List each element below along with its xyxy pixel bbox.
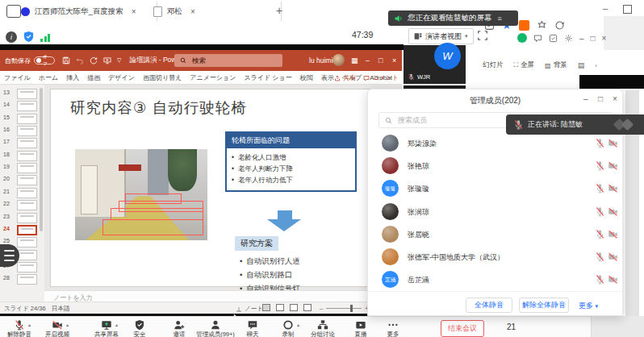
panel-minimize-button[interactable]: – xyxy=(583,94,588,103)
toolbar-camera-off[interactable]: 开启视频 xyxy=(31,318,83,337)
member-camera-off-icon[interactable] xyxy=(608,229,618,239)
panel-footer: 全体静音 解除全体静音 更多 ▾ xyxy=(368,291,622,318)
slide-thumbnail[interactable]: 13 xyxy=(0,88,44,100)
member-row[interactable]: 张艳琼 xyxy=(368,155,622,177)
member-mic-muted-icon[interactable] xyxy=(595,252,605,262)
zoom-out-button[interactable]: – xyxy=(320,305,323,312)
toolbar-more[interactable]: 更多 xyxy=(367,318,419,337)
down-arrow-shape[interactable] xyxy=(267,210,303,231)
member-camera-off-icon[interactable] xyxy=(608,138,618,148)
reading-view-icon[interactable] xyxy=(290,304,298,311)
new-tab-button[interactable]: + xyxy=(276,4,282,17)
ppt-menu-item[interactable]: アニメーション xyxy=(190,73,236,82)
side-toolbar-幻灯片[interactable]: 幻灯片 xyxy=(483,60,504,70)
meeting-security-icon[interactable] xyxy=(23,31,35,43)
member-mic-muted-icon[interactable] xyxy=(595,183,605,193)
member-row[interactable]: 张润琼 xyxy=(368,201,622,223)
window-maximize-icon[interactable]: □ xyxy=(591,34,596,43)
ppt-menu-item[interactable]: 描画 xyxy=(87,73,100,82)
ppt-menu-item[interactable]: 校閲 xyxy=(300,73,313,82)
language-indicator[interactable]: 日本語 xyxy=(52,305,70,313)
browser-maximize-button[interactable] xyxy=(623,5,632,14)
member-camera-off-icon[interactable] xyxy=(608,252,618,262)
member-mic-muted-icon[interactable] xyxy=(595,160,605,171)
slide-canvas[interactable]: 研究内容③ 自动行驶轮椅 轮椅所面临的问题 老龄化人口激增老年人判断力下降老年人… xyxy=(50,89,397,287)
more-button[interactable]: 更多 ▾ xyxy=(579,301,598,311)
ppt-menu-item[interactable]: ファイル xyxy=(4,73,31,82)
browser-tab[interactable]: 邓松× xyxy=(147,2,282,21)
extension-icon-green[interactable] xyxy=(517,33,527,43)
mute-all-button[interactable]: 全体静音 xyxy=(466,297,512,313)
speaker-view-button[interactable]: 演讲者视图 ▾ xyxy=(408,28,474,44)
member-camera-off-icon[interactable] xyxy=(608,183,618,193)
member-row[interactable]: 郑柒湶染 xyxy=(368,132,622,155)
member-camera-off-icon[interactable] xyxy=(608,206,618,217)
slide-thumbnail[interactable]: 23 xyxy=(0,212,44,224)
end-meeting-button[interactable]: 结束会议 xyxy=(441,320,484,337)
side-toolbar-全屏[interactable]: ⛶全屏 xyxy=(514,60,535,70)
extension-icon-orange[interactable] xyxy=(519,20,529,31)
slide-sorter-icon[interactable] xyxy=(276,304,284,311)
member-row[interactable]: 芷涵岳芷涵 xyxy=(368,268,622,291)
slide-thumbnail[interactable]: 24 xyxy=(0,224,44,236)
ppt-menu-item[interactable]: デザイン xyxy=(108,73,135,82)
ppt-menu-item[interactable]: 画面切り替え xyxy=(143,73,182,82)
panel-list-icon[interactable]: ▤ xyxy=(578,61,585,69)
normal-view-icon[interactable] xyxy=(262,304,270,311)
network-signal-icon[interactable] xyxy=(40,33,52,42)
video-tile-wjr[interactable]: W WJR xyxy=(404,45,466,84)
meeting-info-icon[interactable]: i xyxy=(6,31,17,43)
chevron-up-icon[interactable]: ▴ xyxy=(66,322,69,327)
slide-thumbnail[interactable]: 19 xyxy=(0,162,44,174)
comments-button[interactable]: コメント xyxy=(363,73,399,82)
extensions-icon[interactable] xyxy=(537,20,547,31)
notes-toggle[interactable]: ノート xyxy=(236,305,263,313)
slide-thumbnail[interactable]: 21 xyxy=(0,187,44,199)
tab-groups-icon[interactable] xyxy=(554,20,565,31)
gear-icon[interactable] xyxy=(564,34,573,43)
unmute-all-button[interactable]: 解除全体静音 xyxy=(519,297,569,313)
slide-thumbnail[interactable]: 15 xyxy=(0,113,44,125)
slide-thumbnail[interactable]: 17 xyxy=(0,137,44,149)
notes-input-area[interactable]: ノートを入力 xyxy=(44,290,402,302)
browser-minimize-button[interactable]: – xyxy=(599,3,612,16)
slide-thumbnail[interactable]: 18 xyxy=(0,150,44,162)
zoom-slider[interactable] xyxy=(326,308,362,309)
member-camera-off-icon[interactable] xyxy=(608,160,618,171)
window-close-icon[interactable]: × xyxy=(602,34,607,43)
slideshow-icon[interactable] xyxy=(303,304,312,311)
member-mic-muted-icon[interactable] xyxy=(595,138,605,148)
slide-thumbnail[interactable]: 20 xyxy=(0,174,44,186)
ppt-user-avatar[interactable] xyxy=(332,54,345,66)
chevron-right-icon[interactable]: › xyxy=(595,62,597,69)
side-toolbar-背景[interactable]: ▨背景 xyxy=(545,60,567,70)
slide-thumbnail[interactable]: 28 xyxy=(0,273,44,285)
member-row[interactable]: 璇璇张璇璇 xyxy=(368,177,622,200)
slide-thumbnail[interactable]: 16 xyxy=(0,125,44,137)
member-camera-off-icon[interactable] xyxy=(608,274,618,285)
member-mic-muted-icon[interactable] xyxy=(595,229,605,239)
member-row[interactable]: 张居晓 xyxy=(368,223,622,246)
problem-textbox[interactable]: 轮椅所面临的问题 老龄化人口激增老年人判断力下降老年人行动力低下 xyxy=(225,131,357,192)
member-mic-muted-icon[interactable] xyxy=(595,206,605,217)
panel-close-button[interactable]: × xyxy=(613,94,617,103)
slide-thumbnail[interactable]: 14 xyxy=(0,100,44,112)
tab-close-icon[interactable]: × xyxy=(190,7,195,16)
panel-maximize-button[interactable]: □ xyxy=(598,94,603,103)
ppt-menu-item[interactable]: 挿入 xyxy=(66,73,79,82)
thumbs-up-icon[interactable] xyxy=(549,34,558,43)
tab-close-icon[interactable]: × xyxy=(132,7,136,16)
ppt-menu-item[interactable]: ホーム xyxy=(39,73,58,82)
ppt-menu-item[interactable]: スライド ショー xyxy=(244,73,291,82)
chevron-up-icon[interactable]: ▴ xyxy=(28,322,31,327)
fullscreen-icon[interactable] xyxy=(477,30,488,41)
chat-bubble-icon[interactable] xyxy=(533,34,542,43)
member-mic-muted-icon[interactable] xyxy=(595,274,605,285)
toast-menu-icon[interactable]: ≡ xyxy=(498,15,502,23)
share-button[interactable]: 共有 xyxy=(334,73,356,82)
member-row[interactable]: 张德军-中国地质大学（武汉） xyxy=(368,246,622,268)
slide-thumbnail[interactable]: 22 xyxy=(0,199,44,211)
ppt-menu-item[interactable]: 表示 xyxy=(321,73,334,82)
browser-tab[interactable]: 江西师范大陈华_百度搜索× xyxy=(15,2,157,21)
window-minimize-icon[interactable]: – xyxy=(579,34,584,43)
